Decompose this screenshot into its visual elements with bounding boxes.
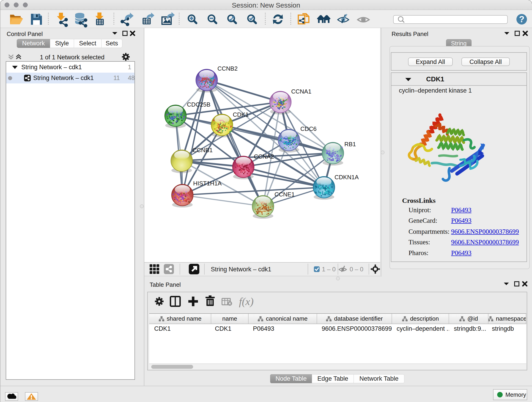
svg-text:CDKN1A: CDKN1A [335, 174, 359, 181]
svg-text:f(x): f(x) [239, 296, 254, 307]
svg-text:?: ? [519, 14, 524, 24]
svg-text:String Network – cdk1: String Network – cdk1 [211, 266, 271, 273]
svg-text:RB1: RB1 [344, 141, 356, 148]
svg-text:CDC25B: CDC25B [187, 101, 210, 108]
svg-text:CDK1: CDK1 [233, 111, 249, 118]
svg-text:CCNE1: CCNE1 [274, 191, 295, 198]
svg-text:CCNA1: CCNA1 [291, 88, 311, 95]
svg-text:CCNB1: CCNB1 [192, 147, 213, 153]
svg-text:CCNB2: CCNB2 [217, 65, 238, 72]
svg-text:HIST1H1A: HIST1H1A [193, 180, 222, 187]
svg-text:CCNA2: CCNA2 [254, 153, 274, 160]
svg-text:1 – 0: 1 – 0 [322, 266, 336, 273]
svg-text:0 – 0: 0 – 0 [350, 266, 363, 273]
svg-text:CDC6: CDC6 [300, 125, 317, 132]
